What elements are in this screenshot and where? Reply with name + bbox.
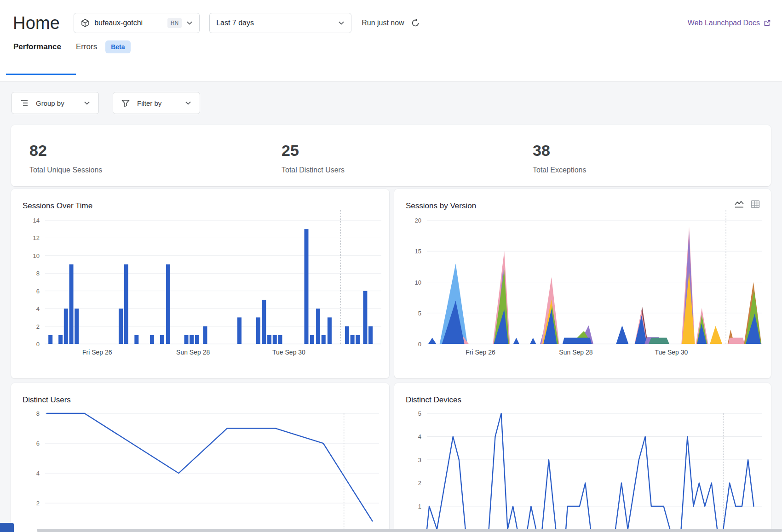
chevron-down-icon (84, 100, 90, 106)
svg-text:6: 6 (36, 288, 40, 295)
svg-text:8: 8 (36, 410, 40, 417)
stat-label: Total Distinct Users (282, 166, 533, 174)
header-top-row: Home bufeaux-gotchi RN Last 7 days (0, 0, 782, 33)
svg-text:20: 20 (415, 217, 421, 224)
distinct-users-chart: 2468 (11, 383, 389, 532)
group-by-icon (20, 99, 29, 107)
svg-text:Tue Sep 30: Tue Sep 30 (655, 349, 688, 356)
svg-text:2: 2 (36, 500, 40, 507)
stat-total-unique-sessions: 82 Total Unique Sessions (29, 142, 282, 174)
filter-by-label: Filter by (137, 99, 179, 107)
time-range-dropdown[interactable]: Last 7 days (209, 13, 351, 33)
filter-funnel-icon (121, 99, 130, 107)
stat-value: 25 (282, 142, 533, 160)
page-header: Home bufeaux-gotchi RN Last 7 days (0, 0, 782, 82)
svg-text:2: 2 (36, 323, 40, 330)
svg-text:15: 15 (415, 248, 421, 255)
active-tab-underline (6, 74, 76, 75)
docs-link-label: Web Launchpad Docs (688, 19, 760, 27)
group-by-dropdown[interactable]: Group by (12, 92, 99, 114)
chevron-down-icon (186, 20, 193, 26)
svg-text:Fri Sep 26: Fri Sep 26 (82, 349, 112, 356)
charts-row-top: Sessions Over Time 02468101214Fri Sep 26… (11, 189, 782, 378)
svg-text:6: 6 (36, 440, 40, 447)
svg-text:5: 5 (418, 310, 421, 317)
stat-total-exceptions: 38 Total Exceptions (533, 142, 586, 174)
sessions-over-time-card: Sessions Over Time 02468101214Fri Sep 26… (11, 189, 389, 378)
stat-total-distinct-users: 25 Total Distinct Users (282, 142, 533, 174)
web-launchpad-docs-link[interactable]: Web Launchpad Docs (688, 19, 771, 27)
svg-text:Fri Sep 26: Fri Sep 26 (466, 349, 495, 356)
svg-text:0: 0 (418, 341, 421, 348)
chat-widget-peek[interactable] (0, 523, 14, 532)
chevron-down-icon (185, 100, 191, 106)
svg-text:2: 2 (418, 480, 421, 487)
svg-text:3: 3 (418, 457, 421, 463)
stat-label: Total Unique Sessions (29, 166, 282, 174)
tab-errors[interactable]: Errors Beta (76, 40, 131, 53)
svg-text:10: 10 (33, 252, 40, 259)
svg-text:4: 4 (36, 305, 40, 312)
refresh-icon[interactable] (411, 18, 420, 28)
tab-performance[interactable]: Performance (13, 42, 61, 51)
stat-value: 38 (533, 142, 586, 160)
time-range-value: Last 7 days (216, 19, 254, 27)
filter-by-dropdown[interactable]: Filter by (113, 92, 200, 114)
summary-stats-card: 82 Total Unique Sessions 25 Total Distin… (11, 125, 771, 186)
stat-value: 82 (29, 142, 282, 160)
svg-text:Sun Sep 28: Sun Sep 28 (176, 349, 210, 356)
group-by-label: Group by (36, 99, 78, 107)
svg-text:Sun Sep 28: Sun Sep 28 (559, 349, 592, 356)
package-cube-icon (80, 18, 90, 28)
sessions-by-version-card: Sessions by Version 05101520Fri Sep 26Su… (394, 189, 771, 378)
svg-text:14: 14 (33, 217, 40, 224)
svg-text:Tue Sep 30: Tue Sep 30 (272, 349, 305, 356)
chevron-down-icon (338, 20, 345, 26)
run-just-now: Run just now (362, 18, 420, 28)
run-just-now-label: Run just now (362, 19, 404, 27)
tab-performance-label: Performance (13, 42, 61, 51)
stat-label: Total Exceptions (533, 166, 586, 174)
svg-text:0: 0 (36, 341, 40, 348)
beta-badge: Beta (105, 40, 130, 53)
svg-text:8: 8 (36, 270, 40, 277)
page-title: Home (13, 13, 60, 33)
tab-bar: Performance Errors Beta (0, 40, 782, 53)
sessions-by-version-chart: 05101520Fri Sep 26Sun Sep 28Tue Sep 30 (394, 189, 771, 378)
sessions-over-time-chart: 02468101214Fri Sep 26Sun Sep 28Tue Sep 3… (11, 189, 389, 378)
svg-text:12: 12 (33, 235, 40, 241)
filter-row: Group by Filter by (12, 92, 782, 114)
svg-text:10: 10 (415, 279, 421, 286)
distinct-devices-card: Distinct Devices 12345 (394, 383, 771, 532)
external-link-icon (764, 19, 771, 27)
charts-row-bottom: Distinct Users 2468 Distinct Devices 123… (11, 383, 782, 532)
svg-text:4: 4 (36, 470, 40, 477)
distinct-users-card: Distinct Users 2468 (11, 383, 389, 532)
app-selector-dropdown[interactable]: bufeaux-gotchi RN (74, 13, 200, 33)
app-name: bufeaux-gotchi (94, 19, 143, 27)
horizontal-scrollbar[interactable] (37, 529, 782, 532)
distinct-devices-chart: 12345 (394, 383, 771, 532)
platform-badge: RN (167, 18, 182, 28)
tab-errors-label: Errors (76, 42, 97, 51)
svg-text:4: 4 (418, 434, 421, 440)
svg-text:5: 5 (418, 410, 421, 417)
svg-text:1: 1 (418, 503, 421, 510)
